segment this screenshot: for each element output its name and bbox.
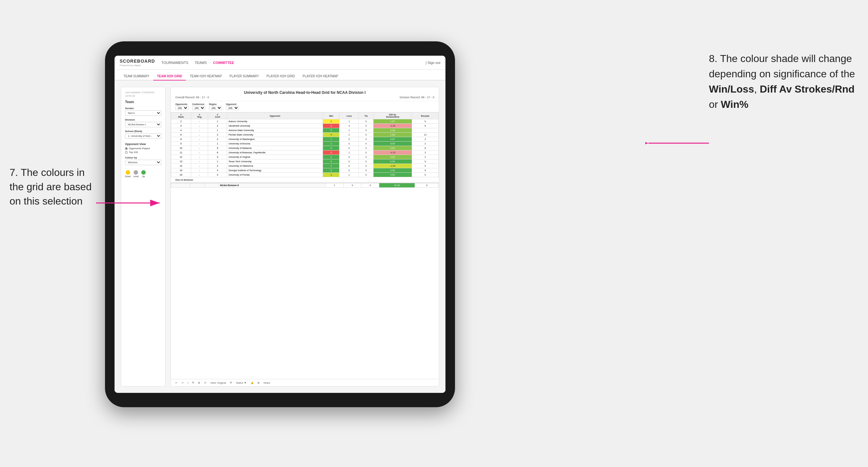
legend: Down Level Up [125, 170, 161, 178]
cell-diff: 5.56 [374, 159, 412, 164]
nav-teams[interactable]: TEAMS [195, 60, 207, 66]
subnav-team-h2h-grid[interactable]: TEAM H2H GRID [153, 72, 186, 81]
school-select[interactable]: 1. University of Nort... [125, 133, 161, 139]
grid-title: University of North Carolina Head-to-Hea… [175, 90, 434, 95]
cell-rounds: 3 [412, 137, 438, 142]
copy-icon[interactable]: ⧉ [192, 381, 194, 384]
nav-committee[interactable]: COMMITTEE [213, 60, 234, 66]
grid-subtitle: Overall Record: 89 - 17 - 0 Division Rec… [175, 96, 434, 99]
overall-record: Overall Record: 89 - 17 - 0 [175, 96, 209, 99]
redo-icon[interactable]: ↪ [181, 381, 184, 384]
clock-icon[interactable]: ⏱ [204, 381, 207, 384]
legend-level: Level [133, 170, 139, 178]
table-row: 6 - 2 Florida State University 4 2 0 1.8… [171, 133, 439, 137]
cell-loss: 0 [340, 142, 359, 146]
ood-rank [171, 183, 190, 188]
opponent-view-label: Opponent View [125, 143, 161, 146]
cell-rank: 9 [171, 142, 191, 146]
legend-level-circle [134, 170, 138, 175]
filter-opp-select[interactable]: (All) [226, 106, 239, 110]
cell-tie: 0 [359, 164, 374, 168]
colour-by-select[interactable]: Win/loss [125, 160, 161, 165]
cell-reg: - [191, 128, 208, 133]
col-rounds: Rounds [412, 113, 438, 119]
cell-tie: 0 [359, 133, 374, 137]
colour-by-label: Colour by [125, 156, 161, 159]
filter-opponents-select[interactable]: (All) [175, 106, 188, 110]
table-row: 13 - 1 Texas Tech University 3 0 0 5.56 … [171, 159, 439, 164]
table-row: 14 - 2 University of Oklahoma 1 0 0 -1.0… [171, 164, 439, 168]
top-nav: SCOREBOARD Powered by clippd TOURNAMENTS… [115, 56, 445, 70]
cell-tie: 0 [359, 124, 374, 128]
subnav-player-h2h-heatmap[interactable]: PLAYER H2H HEATMAP [299, 72, 342, 81]
annotation-left: 7. The colours in the grid are based on … [9, 165, 99, 208]
thumb-icon[interactable]: 👍 [250, 381, 254, 384]
cell-conf: 1 [208, 119, 227, 124]
cell-rank: 12 [171, 155, 191, 159]
radio-opponents-played[interactable]: Opponents Played [125, 147, 161, 150]
gender-select[interactable]: Men's [125, 111, 161, 116]
cell-conf: 2 [208, 137, 227, 142]
table-row: 2 - 1 Auburn University 2 1 0 1.67 9 [171, 119, 439, 124]
cell-conf: 1 [208, 142, 227, 146]
subnav-player-summary[interactable]: PLAYER SUMMARY [225, 72, 262, 81]
gender-label: Gender [125, 107, 161, 110]
radio-dot-top100 [125, 151, 128, 154]
col-loss: Loss [340, 113, 359, 119]
cell-loss: 2 [340, 133, 359, 137]
table-row: 9 - 1 University of Arizona 1 0 0 9.00 2 [171, 142, 439, 146]
forward-icon[interactable]: ⟩ [187, 381, 188, 384]
cell-conf: 2 [208, 164, 227, 168]
grid-icon[interactable]: ⊞ [198, 381, 200, 384]
subnav-team-h2h-heatmap[interactable]: TEAM H2H HEATMAP [186, 72, 225, 81]
cell-diff: 1.67 [374, 119, 412, 124]
cell-team: University of Alabama [227, 146, 323, 151]
nav-links: TOURNAMENTS TEAMS COMMITTEE [161, 60, 420, 66]
radio-top100[interactable]: Top 100 [125, 151, 161, 154]
cell-rank: 13 [171, 159, 191, 164]
cell-tie: 0 [359, 151, 374, 155]
tablet: SCOREBOARD Powered by clippd TOURNAMENTS… [105, 41, 455, 407]
cell-reg: - [191, 151, 208, 155]
cell-team: University of Florida [227, 173, 323, 177]
cell-rounds: 12 [412, 133, 438, 137]
cell-win: 3 [323, 146, 340, 151]
cell-diff: 1.83 [374, 133, 412, 137]
col-win: Win [323, 113, 340, 119]
cell-win: 3 [323, 173, 340, 177]
cell-rounds: 9 [412, 119, 438, 124]
undo-icon[interactable]: ↩ [175, 381, 178, 384]
cell-conf: 1 [208, 128, 227, 133]
main-panel: University of North Carolina Head-to-Hea… [170, 87, 439, 386]
view-original[interactable]: View: Original [210, 381, 226, 384]
division-select[interactable]: NCAA Division I [125, 122, 161, 127]
cell-reg: - [191, 124, 208, 128]
legend-up: Up [141, 170, 146, 178]
filter-conf-select[interactable]: (All) [192, 106, 205, 110]
col-conf: #Conf [208, 113, 227, 119]
cell-rank: 11 [171, 151, 191, 155]
ood-win: 1 [326, 183, 343, 188]
cell-rounds: 9 [412, 168, 438, 173]
subnav-team-summary[interactable]: TEAM SUMMARY [120, 72, 153, 81]
cell-reg: - [191, 133, 208, 137]
ood-division: NCAA Division II [219, 183, 326, 188]
grid2-icon[interactable]: ⊞ [257, 381, 260, 384]
cell-conf: 6 [208, 151, 227, 155]
table-row: 8 - 2 University of Washington 1 0 0 3.6… [171, 137, 439, 142]
filter-region-select[interactable]: (All) [209, 106, 222, 110]
filter-region-label: Region [209, 103, 222, 105]
share-button[interactable]: Share [264, 381, 270, 384]
cell-loss: 0 [340, 155, 359, 159]
table-row: 10 - 5 University of Alabama 3 0 0 2.61 … [171, 146, 439, 151]
sign-out[interactable]: | Sign out [426, 61, 440, 65]
cell-win: 4 [323, 133, 340, 137]
opponent-view-group: Opponents Played Top 100 [125, 147, 161, 154]
cell-rank: 3 [171, 124, 191, 128]
cell-reg: - [191, 164, 208, 168]
watch-button[interactable]: Watch ▼ [236, 381, 247, 384]
subnav-player-h2h-grid[interactable]: PLAYER H2H GRID [263, 72, 299, 81]
cell-conf: 1 [208, 159, 227, 164]
cell-loss: 1 [340, 128, 359, 133]
nav-tournaments[interactable]: TOURNAMENTS [161, 60, 188, 66]
